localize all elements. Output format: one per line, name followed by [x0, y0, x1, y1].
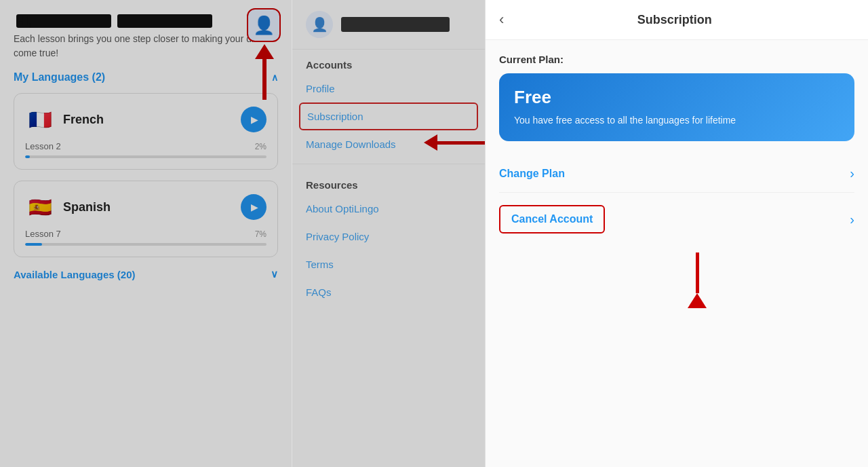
sub-arrow-head: [424, 134, 437, 151]
subscription-header: ‹ Subscription: [486, 0, 868, 40]
subtitle-text: Each lesson brings you one step closer t…: [14, 32, 278, 60]
menu-item-faqs[interactable]: FAQs: [292, 278, 485, 306]
spanish-name: Spanish: [63, 200, 111, 214]
menu-item-terms[interactable]: Terms: [292, 250, 485, 278]
cancel-account-row[interactable]: Cancel Account ›: [499, 193, 854, 246]
french-play-button[interactable]: [241, 107, 267, 132]
french-progress-pct: 2%: [255, 142, 267, 151]
french-progress-bar: [25, 155, 267, 158]
spanish-play-button[interactable]: [241, 194, 267, 220]
sub-arrow-shaft: [437, 141, 485, 145]
menu-item-profile[interactable]: Profile: [292, 75, 485, 102]
change-plan-chevron-icon: ›: [850, 166, 854, 181]
spanish-progress-pct: 7%: [255, 229, 267, 239]
subscription-title: Subscription: [515, 13, 834, 27]
cancel-account-label: Cancel Account: [499, 205, 605, 234]
plan-description: You have free access to all the language…: [514, 113, 840, 128]
person-icon: 👤: [253, 15, 275, 36]
arrow-shaft: [262, 59, 267, 100]
hi-label: Hi,: [16, 14, 111, 28]
accounts-header: 👤: [292, 0, 485, 50]
avatar-button[interactable]: 👤: [247, 8, 281, 42]
my-languages-section: My Languages (2) ∧: [14, 71, 278, 83]
french-progress-fill: [25, 155, 30, 158]
accounts-inner: 👤 Accounts Profile Subscription Manage D…: [292, 0, 485, 306]
avatar-arrow-annotation: [255, 44, 274, 100]
accounts-section-label: Accounts: [292, 50, 485, 75]
spanish-card: 🇪🇸 Spanish Lesson 7 7%: [14, 181, 278, 257]
french-name: French: [63, 113, 104, 127]
accounts-avatar: 👤: [306, 11, 333, 38]
spanish-lesson-label: Lesson 7: [25, 229, 61, 239]
french-card: 🇫🇷 French Lesson 2 2%: [14, 93, 278, 170]
spanish-progress-bar: [25, 243, 267, 246]
cancel-arrow-head: [688, 293, 707, 308]
cancel-account-chevron-icon: ›: [850, 212, 854, 227]
panel-accounts: 👤 Accounts Profile Subscription Manage D…: [292, 0, 485, 467]
change-plan-row[interactable]: Change Plan ›: [499, 155, 854, 193]
my-languages-label: My Languages (2): [14, 71, 105, 83]
plan-card: Free You have free access to all the lan…: [499, 73, 854, 141]
menu-item-about[interactable]: About OptiLingo: [292, 195, 485, 223]
available-languages-label: Available Languages (20): [14, 269, 136, 280]
chevron-down-icon: ∨: [271, 268, 278, 280]
resources-section-label: Resources: [292, 170, 485, 195]
panel-main: Hi, Each lesson brings you one step clos…: [0, 0, 292, 467]
menu-divider: [292, 164, 485, 164]
plan-name: Free: [514, 87, 840, 108]
french-flag: 🇫🇷: [25, 105, 55, 134]
cancel-arrow-shaft: [696, 253, 699, 293]
current-plan-label: Current Plan:: [499, 54, 854, 65]
change-plan-label: Change Plan: [499, 168, 565, 180]
greeting-text: Hi,: [14, 14, 278, 28]
subscription-arrow-annotation: [424, 134, 485, 151]
panel-subscription: ‹ Subscription Current Plan: Free You ha…: [485, 0, 868, 467]
french-lesson-label: Lesson 2: [25, 141, 61, 151]
spanish-flag: 🇪🇸: [25, 192, 55, 222]
subscription-body: Current Plan: Free You have free access …: [486, 40, 868, 322]
menu-item-subscription[interactable]: Subscription: [299, 102, 478, 130]
accounts-person-icon: 👤: [311, 16, 328, 33]
french-language-info: 🇫🇷 French: [25, 105, 104, 134]
menu-item-privacy-policy[interactable]: Privacy Policy: [292, 223, 485, 250]
accounts-name-redacted: [341, 17, 450, 32]
username-redacted: [117, 14, 212, 28]
arrow-head-up: [255, 44, 274, 59]
spanish-language-info: 🇪🇸 Spanish: [25, 192, 111, 222]
back-button[interactable]: ‹: [499, 11, 504, 29]
spanish-progress-fill: [25, 243, 42, 246]
cancel-arrow-annotation: [540, 253, 854, 308]
available-languages-section[interactable]: Available Languages (20) ∨: [14, 268, 278, 280]
